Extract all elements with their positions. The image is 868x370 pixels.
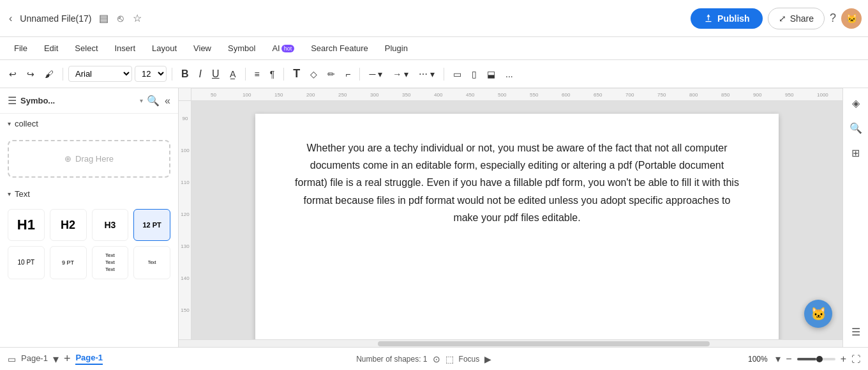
zoom-slider-thumb[interactable]	[816, 356, 823, 362]
horizontal-scrollbar[interactable]	[179, 339, 842, 347]
share-icon: ⤢	[779, 13, 786, 24]
canvas-scroll[interactable]: Whether you are a techy individual or no…	[191, 101, 842, 339]
ai-chat-button[interactable]: 🐱	[804, 300, 832, 328]
publish-button[interactable]: Publish	[691, 8, 763, 29]
undo-button[interactable]: ↩	[5, 66, 20, 82]
svg-text:950: 950	[785, 92, 794, 98]
star-icon[interactable]: ☆	[130, 10, 144, 27]
10pt-label: 10 PT	[18, 259, 35, 266]
format-painter-button[interactable]: 🖌	[41, 66, 57, 82]
text-align-button[interactable]: ≡	[251, 66, 264, 82]
drag-plus-icon: ⊕	[64, 154, 71, 164]
sidebar-toggle-icon[interactable]: ▤	[96, 10, 111, 27]
zoom-level-display: 100%	[745, 355, 770, 364]
drag-here-box[interactable]: ⊕ Drag Here	[8, 140, 170, 178]
panel-collapse-button[interactable]: «	[165, 95, 170, 107]
right-panel-last-button[interactable]: ☰	[848, 322, 864, 342]
border-right-button[interactable]: ▯	[468, 66, 481, 82]
canvas-body: 90 100 110 120 130 140 150 160 Whether y…	[179, 101, 842, 339]
image-search-button[interactable]: 🔍	[846, 118, 866, 138]
svg-text:110: 110	[181, 180, 190, 185]
underline-button[interactable]: U	[208, 66, 223, 82]
menu-ai[interactable]: AI hot	[264, 40, 302, 56]
arrow-style-button[interactable]: → ▾	[389, 66, 412, 82]
menu-view[interactable]: View	[186, 40, 219, 56]
pen-button[interactable]: ✏	[324, 66, 339, 82]
text-style-10pt[interactable]: 10 PT	[8, 246, 45, 279]
svg-text:750: 750	[657, 92, 666, 98]
menu-file[interactable]: File	[6, 40, 35, 56]
text-style-h2[interactable]: H2	[50, 209, 87, 241]
more-options-button[interactable]: ...	[502, 66, 517, 82]
ruler-h-marks: 50 100 150 200 250 300 350 400 450 500 5…	[191, 88, 842, 100]
text-styles-grid: H1 H2 H3 12 PT 10 PT 9 PT TextTextText T…	[0, 204, 178, 284]
collect-section-header[interactable]: ▾ collect	[0, 114, 178, 134]
svg-text:1000: 1000	[817, 92, 828, 98]
grid-view-button[interactable]: ⊞	[848, 143, 864, 163]
text-style-12pt[interactable]: 12 PT	[133, 209, 170, 241]
add-page-button[interactable]: +	[64, 352, 71, 366]
connector-button[interactable]: ⌐	[341, 66, 354, 82]
zoom-dropdown-button[interactable]: ▾	[775, 353, 781, 365]
fullscreen-button[interactable]: ⛶	[851, 354, 860, 364]
help-button[interactable]: ?	[830, 12, 836, 25]
redo-button[interactable]: ↪	[23, 66, 38, 82]
menu-plugin[interactable]: Plugin	[377, 40, 415, 56]
font-size-select[interactable]: 12	[135, 66, 167, 82]
12pt-label: 12 PT	[142, 221, 161, 229]
page-tab-active[interactable]: Page-1	[75, 353, 103, 365]
right-panel: ◈ 🔍 ⊞ ☰	[842, 88, 868, 347]
border-style-button[interactable]: ⋯ ▾	[415, 66, 438, 82]
horizontal-ruler: 50 100 150 200 250 300 350 400 450 500 5…	[179, 88, 842, 101]
zoom-slider-track	[797, 358, 835, 360]
svg-text:350: 350	[402, 92, 411, 98]
fill-button[interactable]: ◇	[306, 66, 321, 82]
menu-layout[interactable]: Layout	[144, 40, 184, 56]
file-title: Unnamed File(17)	[20, 13, 91, 24]
svg-text:250: 250	[338, 92, 347, 98]
ai-hot-badge: hot	[281, 45, 295, 52]
menu-symbol[interactable]: Symbol	[220, 40, 263, 56]
page-dropdown-button[interactable]: ▾	[53, 352, 59, 366]
page-canvas[interactable]: Whether you are a techy individual or no…	[255, 114, 779, 339]
share-button[interactable]: ⤢ Share	[768, 8, 825, 29]
text-style-small[interactable]: TextTextText	[92, 246, 129, 279]
font-family-select[interactable]: Arial	[68, 66, 132, 82]
back-button[interactable]: ‹	[6, 10, 15, 27]
text-style-tiny[interactable]: Text	[133, 246, 170, 279]
focus-button[interactable]: ⬚	[445, 354, 454, 364]
svg-text:50: 50	[211, 92, 216, 98]
text-section-header[interactable]: ▾ Text	[0, 184, 178, 204]
menu-ai-label: AI	[272, 43, 280, 53]
paragraph-button[interactable]: ¶	[266, 66, 279, 82]
font-color-button[interactable]: A̲	[226, 66, 240, 82]
menu-insert[interactable]: Insert	[107, 40, 144, 56]
menu-edit[interactable]: Edit	[36, 40, 66, 56]
annotation-button[interactable]: ◈	[848, 93, 864, 113]
zoom-out-button[interactable]: −	[786, 353, 791, 365]
svg-text:90: 90	[183, 116, 188, 121]
external-link-icon[interactable]: ⎋	[115, 10, 126, 27]
text-style-h1[interactable]: H1	[8, 209, 45, 241]
h1-label: H1	[17, 217, 35, 233]
text-box-button[interactable]: T	[289, 65, 304, 83]
align-left-button[interactable]: ⬓	[483, 66, 499, 82]
publish-label: Publish	[717, 13, 750, 24]
text-style-9pt[interactable]: 9 PT	[50, 246, 87, 279]
scroll-thumb[interactable]	[378, 341, 710, 346]
line-style-button[interactable]: ─ ▾	[365, 66, 386, 82]
zoom-in-button[interactable]: +	[841, 353, 846, 365]
bold-button[interactable]: B	[177, 66, 193, 82]
menu-search-feature[interactable]: Search Feature	[303, 40, 376, 56]
border-left-button[interactable]: ▭	[449, 66, 465, 82]
page-layout-icon[interactable]: ▭	[8, 354, 16, 364]
layers-button[interactable]: ⊙	[433, 354, 440, 364]
play-button[interactable]: ▶	[484, 354, 491, 364]
panel-search-button[interactable]: 🔍	[147, 95, 160, 107]
italic-button[interactable]: I	[195, 66, 206, 82]
top-bar: ‹ Unnamed File(17) ▤ ⎋ ☆ Publish ⤢ Share…	[0, 0, 868, 37]
text-style-h3[interactable]: H3	[92, 209, 129, 241]
avatar[interactable]: 🐱	[841, 8, 862, 29]
9pt-label: 9 PT	[62, 259, 74, 266]
menu-select[interactable]: Select	[67, 40, 105, 56]
